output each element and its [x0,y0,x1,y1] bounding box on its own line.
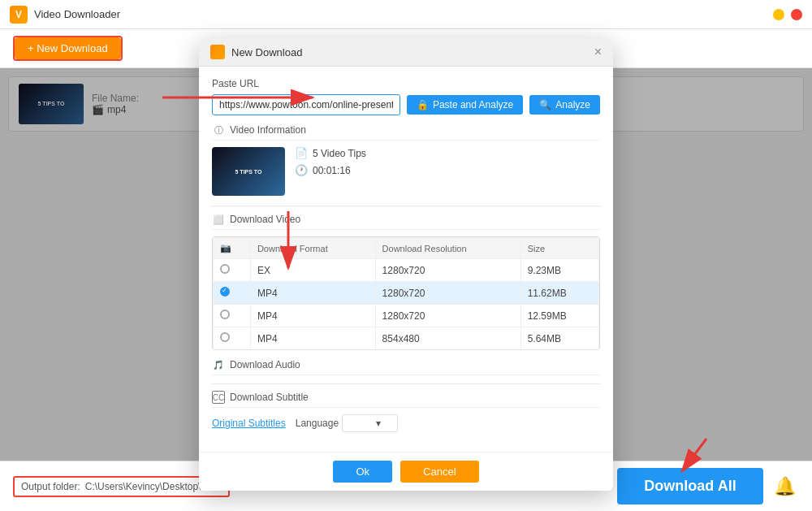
new-download-button[interactable]: + New Download [15,37,121,59]
language-label: Language [296,418,339,429]
col-header-format: Download Format [250,238,375,259]
row-radio[interactable] [214,259,251,282]
paste-url-label: Paste URL [212,78,600,89]
radio-button-selected[interactable] [220,287,230,297]
dialog-title-left: New Download [210,45,302,59]
url-input[interactable] [212,94,400,115]
video-duration: 00:01:16 [313,165,351,176]
new-download-wrapper: + New Download [13,36,123,61]
row-format: MP4 [250,282,375,305]
download-audio-header: 🎵 Download Audio [212,358,600,375]
output-folder: Output folder: C:\Users\Kevincy\Desktop\… [13,476,230,497]
language-selector: Language ▾ [296,414,399,432]
row-radio[interactable] [214,305,251,327]
language-dropdown[interactable]: ▾ [342,414,398,432]
dialog-close-button[interactable]: × [594,45,602,58]
cancel-button[interactable]: Cancel [400,461,478,483]
document-icon: 📄 [295,147,308,159]
output-folder-label: Output folder: [21,481,80,492]
table-row[interactable]: MP4 1280x720 11.62MB [214,282,599,305]
bottom-right-actions: Download All 🔔 [617,468,799,505]
video-info-section-header: ⓘ Video Information [212,123,600,141]
row-resolution: 1280x720 [375,282,520,305]
ok-button[interactable]: Ok [333,461,392,483]
download-table-container: 📷 Download Format Download Resolution [212,236,600,350]
video-title: 5 Video Tips [313,148,366,159]
table-row[interactable]: MP4 854x480 5.64MB [214,327,599,350]
subtitle-options-row: Original Subtitles Language ▾ [212,414,600,432]
search-icon: 🔍 [539,99,551,110]
dialog-body: Paste URL 🔒 Paste and Analyze 🔍 Analyze [199,67,613,452]
divider-1 [212,206,600,206]
alarm-icon[interactable]: 🔔 [770,472,799,501]
row-size: 9.23MB [520,259,598,282]
download-video-label: Download Video [230,214,300,225]
row-size: 12.59MB [520,305,598,327]
radio-button[interactable] [220,332,230,342]
analyze-button[interactable]: 🔍 Analyze [529,95,600,115]
col-header-select: 📷 [214,238,251,259]
original-subtitles-link[interactable]: Original Subtitles [212,418,286,429]
clock-icon: 🕐 [295,164,308,176]
download-audio-label: Download Audio [230,359,300,370]
table-row[interactable]: EX 1280x720 9.23MB [214,259,599,282]
app-titlebar: V Video Downloader [0,0,812,29]
paste-analyze-button[interactable]: 🔒 Paste and Analyze [407,95,523,115]
row-radio[interactable] [214,327,251,350]
video-duration-row: 🕐 00:01:16 [295,164,366,176]
dialog-logo-icon [210,45,225,59]
app-logo-icon: V [10,6,28,24]
paste-analyze-label: Paste and Analyze [433,99,513,110]
download-video-section-header: ⬜ Download Video [212,213,600,230]
download-subtitle-header: CC Download Subtitle [212,391,600,408]
dialog-title: New Download [231,46,302,58]
window-controls [773,9,802,20]
row-format: MP4 [250,327,375,350]
app-content: 5 TIPS TO File Name: 🎬 mp4 New Download [0,68,812,461]
row-format: MP4 [250,305,375,327]
new-download-dialog: New Download × Paste URL 🔒 Paste and Ana… [199,38,613,491]
radio-button[interactable] [220,264,230,274]
analyze-label: Analyze [555,99,590,110]
row-size: 11.62MB [520,282,598,305]
app-window: V Video Downloader + New Download 5 TIPS… [0,0,812,511]
row-resolution: 1280x720 [375,305,520,327]
row-format: EX [250,259,375,282]
video-info-label: Video Information [230,124,306,136]
audio-icon: 🎵 [212,358,225,371]
cc-icon: CC [212,391,225,404]
video-icon: ⬜ [212,213,225,226]
app-title-left: V Video Downloader [10,6,120,24]
app-title: Video Downloader [34,8,120,20]
row-resolution: 854x480 [375,327,520,350]
download-audio-section: 🎵 Download Audio [212,358,600,375]
download-all-button[interactable]: Download All [617,468,763,505]
download-subtitle-section: CC Download Subtitle Original Subtitles … [212,391,600,432]
row-radio[interactable] [214,282,251,305]
lock-icon: 🔒 [417,99,429,110]
camera-icon: 📷 [220,243,231,253]
close-button[interactable] [791,9,802,20]
row-resolution: 1280x720 [375,259,520,282]
minimize-button[interactable] [773,9,784,20]
col-header-size: Size [520,238,598,259]
dialog-footer: Ok Cancel [199,452,613,491]
dialog-video-thumbnail: 5 TIPS TO [212,147,285,196]
download-subtitle-label: Download Subtitle [230,392,309,403]
dialog-titlebar: New Download × [199,38,613,67]
dialog-overlay: New Download × Paste URL 🔒 Paste and Ana… [0,68,812,461]
video-info-panel: 5 TIPS TO 📄 5 Video Tips 🕐 00:01:16 [212,147,600,196]
video-title-row: 📄 5 Video Tips [295,147,366,159]
info-icon: ⓘ [212,123,225,136]
row-size: 5.64MB [520,327,598,350]
divider-2 [212,383,600,384]
table-row[interactable]: MP4 1280x720 12.59MB [214,305,599,327]
url-input-row: 🔒 Paste and Analyze 🔍 Analyze [212,94,600,115]
col-header-resolution: Download Resolution [375,238,520,259]
radio-button[interactable] [220,310,230,319]
download-format-table: 📷 Download Format Download Resolution [213,237,599,350]
video-meta: 📄 5 Video Tips 🕐 00:01:16 [295,147,366,176]
